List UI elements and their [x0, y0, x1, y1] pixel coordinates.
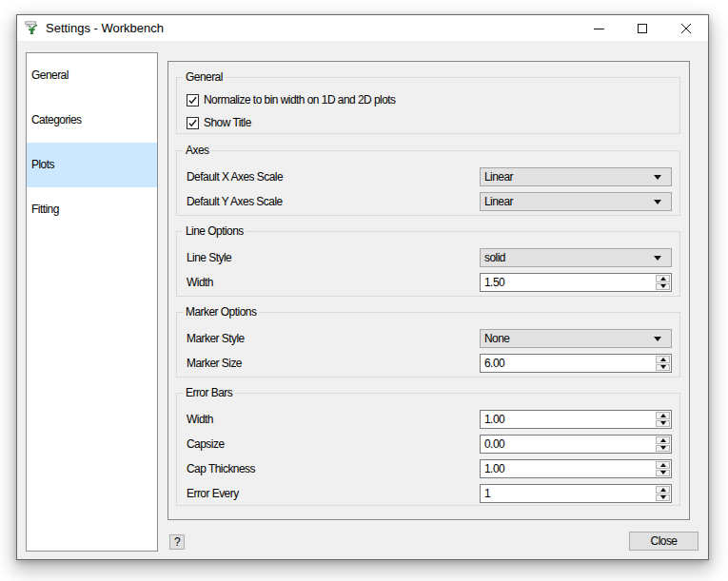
- spin-down-button[interactable]: [656, 364, 670, 372]
- line-width-row: Width 1.50: [177, 273, 679, 292]
- help-button[interactable]: ?: [169, 534, 185, 550]
- default-y-axes-scale-label: Default Y Axes Scale: [187, 192, 283, 211]
- combobox-value: None: [484, 330, 510, 347]
- spin-up-button[interactable]: [656, 486, 670, 494]
- spinbox-value: 1.50: [484, 274, 504, 291]
- spin-down-button[interactable]: [656, 283, 670, 291]
- close-window-button[interactable]: [664, 15, 708, 41]
- spin-up-icon: [660, 463, 666, 467]
- spinbox-value: 1.00: [484, 411, 504, 428]
- spin-up-icon: [660, 358, 666, 361]
- default-y-axes-scale-row: Default Y Axes Scale Linear: [177, 192, 679, 211]
- plots-settings-panel: General Normalize to bin width on 1D and…: [167, 61, 690, 520]
- spin-up-button[interactable]: [656, 412, 670, 419]
- capsize-spinbox[interactable]: 0.00: [480, 435, 672, 454]
- group-line-options: Line Options Line Style solid Width 1.50: [176, 231, 680, 297]
- spin-up-button[interactable]: [656, 436, 670, 444]
- marker-size-row: Marker Size 6.00: [177, 354, 679, 373]
- marker-style-combobox[interactable]: None: [480, 329, 672, 348]
- spinbox-value: 0.00: [484, 436, 504, 453]
- group-axes-title: Axes: [183, 144, 211, 157]
- spin-buttons: [656, 461, 670, 476]
- spin-up-button[interactable]: [656, 356, 670, 363]
- checkmark-icon: [187, 95, 198, 106]
- default-x-axes-scale-label: Default X Axes Scale: [187, 167, 283, 186]
- error-every-label: Error Every: [187, 484, 239, 503]
- group-line-options-title: Line Options: [183, 224, 246, 238]
- window-title: Settings - Workbench: [46, 15, 164, 41]
- group-general: General Normalize to bin width on 1D and…: [176, 77, 680, 134]
- spin-down-button[interactable]: [656, 445, 670, 453]
- sidebar-item-general[interactable]: General: [27, 53, 157, 98]
- line-style-combobox[interactable]: solid: [480, 248, 672, 267]
- capsize-row: Capsize 0.00: [177, 435, 679, 454]
- sidebar-item-fitting[interactable]: Fitting: [27, 187, 157, 232]
- spin-buttons: [656, 275, 670, 290]
- error-bar-width-spinbox[interactable]: 1.00: [480, 410, 672, 429]
- group-marker-options: Marker Options Marker Style None Marker …: [176, 312, 680, 378]
- normalize-bin-width-checkbox-row[interactable]: Normalize to bin width on 1D and 2D plot…: [187, 93, 396, 107]
- spin-down-icon: [660, 284, 666, 288]
- spin-buttons: [656, 356, 670, 371]
- line-style-row: Line Style solid: [177, 248, 679, 267]
- spin-up-icon: [660, 277, 666, 281]
- default-y-axes-scale-combobox[interactable]: Linear: [480, 192, 672, 211]
- spin-buttons: [656, 486, 670, 501]
- normalize-bin-width-label: Normalize to bin width on 1D and 2D plot…: [204, 93, 396, 107]
- spin-buttons: [656, 436, 670, 452]
- error-every-spinbox[interactable]: 1: [480, 484, 672, 503]
- chevron-down-icon: [654, 256, 661, 261]
- group-error-bars-title: Error Bars: [183, 386, 235, 399]
- sidebar-item-categories[interactable]: Categories: [27, 98, 157, 143]
- maximize-button[interactable]: [620, 15, 664, 41]
- capsize-label: Capsize: [187, 435, 225, 454]
- minimize-icon: [594, 29, 604, 29]
- spinbox-value: 6.00: [484, 355, 504, 372]
- category-list: General Categories Plots Fitting: [26, 52, 158, 552]
- marker-style-label: Marker Style: [187, 329, 245, 348]
- show-title-checkbox-row[interactable]: Show Title: [187, 116, 251, 129]
- line-style-label: Line Style: [187, 248, 231, 267]
- spin-down-icon: [660, 446, 666, 450]
- close-button[interactable]: Close: [629, 532, 698, 551]
- titlebar[interactable]: Settings - Workbench: [17, 15, 708, 41]
- spin-up-icon: [660, 488, 666, 492]
- spin-down-icon: [660, 365, 666, 369]
- marker-size-label: Marker Size: [187, 354, 242, 373]
- spin-down-button[interactable]: [656, 420, 670, 428]
- chevron-down-icon: [654, 337, 661, 341]
- show-title-label: Show Title: [204, 116, 251, 129]
- checkmark-icon: [187, 118, 198, 128]
- combobox-value: Linear: [484, 193, 513, 210]
- marker-size-spinbox[interactable]: 6.00: [480, 354, 672, 373]
- normalize-bin-width-checkbox[interactable]: [187, 94, 199, 107]
- settings-dialog-window: Settings - Workbench General Categories …: [16, 14, 709, 560]
- line-width-label: Width: [187, 273, 213, 292]
- spin-down-button[interactable]: [656, 494, 670, 502]
- combobox-value: Linear: [484, 168, 513, 185]
- line-width-spinbox[interactable]: 1.50: [480, 273, 672, 292]
- show-title-checkbox[interactable]: [187, 117, 199, 129]
- spin-up-icon: [660, 414, 666, 417]
- group-error-bars: Error Bars Width 1.00 Capsize 0.00: [176, 393, 680, 506]
- chevron-down-icon: [654, 175, 661, 180]
- spin-down-icon: [660, 421, 666, 425]
- spinbox-value: 1.00: [484, 460, 504, 477]
- minimize-button[interactable]: [577, 15, 620, 41]
- mantid-logo-icon: [25, 21, 39, 35]
- error-bar-width-row: Width 1.00: [177, 410, 679, 429]
- cap-thickness-row: Cap Thickness 1.00: [177, 459, 679, 478]
- marker-style-row: Marker Style None: [177, 329, 679, 348]
- spin-up-button[interactable]: [656, 461, 670, 469]
- spin-down-icon: [660, 495, 666, 499]
- sidebar-item-plots[interactable]: Plots: [27, 143, 157, 187]
- spinbox-value: 1: [484, 485, 490, 502]
- default-x-axes-scale-combobox[interactable]: Linear: [480, 167, 672, 186]
- close-icon: [680, 23, 692, 34]
- spin-down-button[interactable]: [656, 470, 670, 477]
- cap-thickness-spinbox[interactable]: 1.00: [480, 459, 672, 478]
- maximize-icon: [638, 24, 647, 33]
- chevron-down-icon: [654, 200, 661, 204]
- spin-up-button[interactable]: [656, 275, 670, 282]
- cap-thickness-label: Cap Thickness: [187, 459, 255, 478]
